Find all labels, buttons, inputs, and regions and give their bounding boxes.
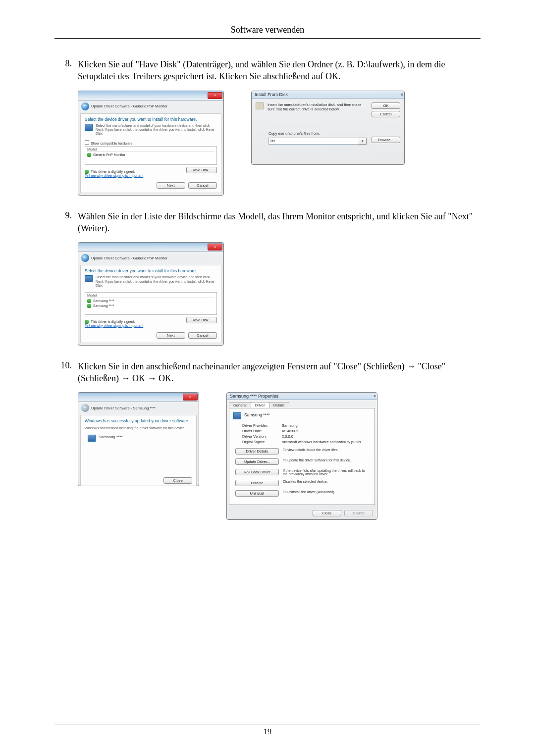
tab-details[interactable]: Details (269, 402, 289, 408)
monitor-icon (88, 435, 96, 442)
shield-icon (87, 153, 91, 157)
roll-back-driver-button[interactable]: Roll Back Driver (235, 469, 279, 475)
dialog-subtext: Select the manufacturer and model of you… (85, 124, 217, 136)
breadcrumb: Update Driver Software - Samsung **** (78, 402, 199, 413)
close-icon[interactable]: × (401, 92, 403, 97)
monitor-icon (85, 275, 93, 282)
ok-button[interactable]: OK (372, 102, 400, 109)
back-icon[interactable] (81, 254, 89, 262)
prop-signer-key: Digital Signer: (242, 440, 282, 444)
step-9-figures: × Update Driver Software - Generic PnP M… (78, 242, 481, 345)
titlebar: × (78, 91, 223, 101)
step-9-number: 9. (54, 210, 78, 221)
dialog-title-label: Install From Disk (255, 92, 288, 97)
breadcrumb-text: Update Driver Software - Samsung **** (91, 406, 156, 410)
dialog-title: Install From Disk × (252, 91, 404, 99)
titlebar: × (78, 393, 199, 402)
prop-version-key: Driver Version: (242, 434, 282, 439)
disable-button[interactable]: Disable (235, 480, 279, 486)
page-footer: 19 (54, 724, 481, 736)
page-number: 19 (54, 727, 481, 736)
browse-button[interactable]: Browse... (372, 137, 400, 143)
monitor-icon (233, 412, 241, 419)
driver-details-button[interactable]: Driver Details (235, 448, 279, 454)
dialog-subtext: Windows has finished installing the driv… (85, 426, 192, 430)
tab-driver[interactable]: Driver (251, 402, 269, 408)
close-icon[interactable]: × (208, 244, 222, 251)
list-item[interactable]: Samsung **** (87, 299, 214, 303)
cancel-button[interactable]: Cancel (188, 182, 217, 189)
signing-link[interactable]: Tell me why driver signing is important (85, 174, 143, 177)
step-8-number: 8. (54, 58, 78, 69)
cancel-button[interactable]: Cancel (188, 332, 217, 339)
step-8-text: Klicken Sie auf "Have Disk" (Datenträger… (78, 58, 481, 83)
close-button[interactable]: Close (163, 477, 192, 484)
breadcrumb-text: Update Driver Software - Generic PnP Mon… (91, 104, 167, 108)
dialog-update-driver-select: × Update Driver Software - Generic PnP M… (78, 91, 224, 196)
back-icon[interactable] (81, 102, 89, 110)
close-icon[interactable]: × (183, 394, 198, 401)
list-item[interactable]: Generic PnP Monitor (87, 152, 214, 157)
dialog-title: Samsung **** Properties × (227, 393, 377, 400)
titlebar: × (78, 243, 223, 252)
prop-signer-val: microsoft windows hardware compatibility… (282, 440, 371, 444)
list-item-label: Generic PnP Monitor (93, 153, 125, 156)
dropdown-icon[interactable]: ▾ (359, 138, 367, 145)
have-disk-button[interactable]: Have Disk... (186, 167, 217, 173)
dialog-install-from-disk: Install From Disk × Insert the manufactu… (251, 91, 405, 165)
page-header-title: Software verwenden (54, 25, 481, 35)
cancel-button: Cancel (344, 510, 373, 516)
step-10-number: 10. (54, 360, 78, 371)
checkbox-icon[interactable] (85, 140, 89, 145)
dialog-heading: Windows has successfully updated your dr… (85, 418, 192, 423)
footer-rule (54, 724, 481, 724)
compat-checkbox-row[interactable]: Show compatible hardware (85, 140, 217, 145)
next-button[interactable]: Next (157, 182, 185, 189)
model-listbox[interactable]: Model Samsung **** Samsung **** (85, 292, 217, 315)
breadcrumb: Update Driver Software - Generic PnP Mon… (78, 101, 223, 111)
close-icon[interactable]: × (208, 92, 222, 99)
tabs: General Driver Details (229, 402, 375, 408)
dialog-subtext: Select the manufacturer and model of you… (85, 275, 217, 288)
step-9-text: Wählen Sie in der Liste der Bildschirme … (78, 210, 481, 235)
step-8-figures: × Update Driver Software - Generic PnP M… (78, 91, 481, 196)
close-button[interactable]: Close (313, 510, 341, 516)
shield-icon (87, 304, 91, 308)
signed-row: This driver is digitally signed. (85, 170, 143, 174)
step-10-figures: × Update Driver Software - Samsung **** … (78, 392, 481, 520)
prop-provider-val: Samsung (282, 423, 371, 428)
update-driver-desc: To update the driver software for this d… (283, 458, 371, 462)
disk-folder-icon (256, 102, 264, 109)
step-8: 8. Klicken Sie auf "Have Disk" (Datenträ… (54, 58, 481, 83)
close-icon[interactable]: × (374, 394, 376, 399)
dialog-heading: Select the device driver you want to ins… (85, 268, 217, 273)
breadcrumb: Update Driver Software - Generic PnP Mon… (78, 252, 223, 263)
model-listbox[interactable]: Model Generic PnP Monitor (85, 146, 217, 165)
dialog-update-driver-model-list: × Update Driver Software - Generic PnP M… (78, 242, 224, 345)
header-rule (54, 38, 481, 39)
signed-label: This driver is digitally signed. (91, 170, 135, 173)
dialog-subtext-label: Select the manufacturer and model of you… (96, 124, 217, 136)
cancel-button[interactable]: Cancel (372, 111, 400, 117)
tab-general[interactable]: General (229, 402, 251, 408)
uninstall-button[interactable]: Uninstall (235, 490, 279, 497)
shield-icon (87, 299, 91, 303)
dialog-heading: Select the device driver you want to ins… (85, 117, 217, 122)
prop-version-val: 2.0.0.0 (282, 434, 371, 439)
driver-details-desc: To view details about the driver files. (283, 448, 371, 452)
path-input[interactable] (268, 138, 359, 145)
install-from-disk-text: Insert the manufacturer's installation d… (268, 102, 366, 117)
signed-row: This driver is digitally signed. (85, 320, 143, 324)
list-item[interactable]: Samsung **** (87, 303, 214, 308)
tab-pane-driver: Samsung **** Driver Provider:Samsung Dri… (229, 408, 375, 505)
list-header: Model (87, 294, 214, 298)
next-button[interactable]: Next (157, 332, 185, 339)
signing-link[interactable]: Tell me why driver signing is important (85, 324, 143, 327)
dialog-device-properties: Samsung **** Properties × General Driver… (226, 392, 377, 520)
dialog-title-label: Samsung **** Properties (230, 394, 278, 399)
have-disk-button[interactable]: Have Disk... (186, 317, 217, 323)
step-10-text: Klicken Sie in den anschießend nacheinan… (78, 360, 481, 385)
list-item-label: Samsung **** (93, 304, 114, 307)
compat-checkbox-label: Show compatible hardware (91, 142, 132, 145)
update-driver-button[interactable]: Update Driver... (235, 458, 279, 465)
